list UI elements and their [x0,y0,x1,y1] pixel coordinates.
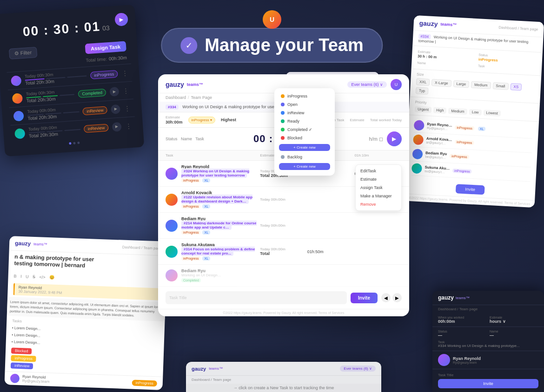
avatar: U [263,10,281,29]
avatar [14,128,25,139]
dark-when-working: When you worked 00h:00m [438,316,487,324]
status-chip: Completed [181,278,201,282]
create-new-status-button2[interactable]: + Create new [279,163,330,170]
play-icon[interactable]: ▶ [109,86,119,96]
status-option-inreview[interactable]: inReview [278,109,331,117]
dark-brand-name: gauzy [438,294,454,301]
play-icon[interactable]: ▶ [112,122,121,131]
dots-menu-icon[interactable]: ⋮ [121,69,128,77]
invite-button[interactable]: Invite [456,184,484,195]
next-page-button[interactable]: ▶ [392,293,402,302]
status-dot-icon [281,111,285,115]
underline-btn[interactable]: U [26,274,29,279]
gauzy-logo: gauzy [419,20,438,28]
context-make-manager[interactable]: Make a Manager [356,192,401,200]
avatar [413,134,424,145]
status-option-ready[interactable]: Ready [278,117,331,125]
priority-urgent[interactable]: Urgent [415,106,432,113]
avatar [166,168,178,180]
pagination-dot[interactable] [73,142,75,144]
right-member-info: Sukuna Aku… su@gauzy.t… [425,165,450,174]
status-tags-list: Blocked inProgress inReview [11,347,158,373]
task-total-time: Total 20h:30m [27,112,80,121]
size-option-type[interactable]: Typ [416,87,429,94]
dark-task-title-label: Task Title [438,373,538,377]
status-option-open[interactable]: Open [278,100,331,109]
bottom-left-detail-card: gauzy teams™ Dashboard / Team page n & m… [5,236,168,390]
status-option-inprogress[interactable]: inProgress [278,92,331,100]
size-option-xxl[interactable]: XXL [416,78,430,86]
dark-teams-tag: teams™ [456,296,470,300]
create-new-status-button[interactable]: + Create new [279,144,330,151]
strikethrough-btn[interactable]: S̶ [33,274,35,279]
status-option-backlog[interactable]: Backlog [278,153,331,161]
breadcrumb: Dashboard / Team page [122,245,162,250]
prev-page-button[interactable]: ◀ [381,293,391,302]
dark-task-id: #334 Working on UI Design & making proto… [438,344,538,348]
dark-task-field: Task #334 Working on UI Design & making … [438,340,538,348]
member-name: Bediam Ryu [181,268,221,273]
bold-btn[interactable]: B [14,274,17,278]
task-info: Today 00h:00m Total 20h:30m [28,124,81,139]
timer-actions: h/m ◻ ▶ [369,131,402,146]
status-badge: inProgress [90,70,118,79]
status-option-blocked[interactable]: Blocked [278,134,331,142]
status-dot-icon [281,94,285,98]
size-option-xs[interactable]: XS [510,83,522,91]
size-option-medium[interactable]: Medium [471,81,491,89]
pagination-controls: ◀ ▶ [381,293,402,302]
size-option-xlarge[interactable]: X-Large [431,79,451,87]
invite-button[interactable]: Invite [351,293,378,303]
filter-button[interactable]: ⚙ Filter [9,47,37,59]
dark-invite-button[interactable]: Invite [438,379,538,388]
status-chip[interactable]: inProgress ▾ [188,117,215,124]
timer-start-button[interactable]: ▶ [387,131,402,146]
member-info: Bediam Ryu #214 Making darkmode for Onli… [166,216,260,235]
table-row: Bediam Ryu #214 Making darkmode for Onli… [158,213,409,239]
member-task: #122 Update revision about Mobile app de… [181,195,260,203]
priority-high[interactable]: High [433,107,447,113]
right-detail-card: gauzy teams™ Dashboard / Team page #334 … [405,15,544,208]
task-info: Today 00h:00m Total 20h:30m [27,106,80,121]
dark-avatar [438,354,450,366]
assign-task-button[interactable]: Assign Task [85,41,126,54]
code-btn[interactable]: </> [39,274,45,279]
size-option-small[interactable]: Small [492,82,509,90]
dots-menu-icon[interactable]: ⋮ [122,87,129,95]
context-remove[interactable]: Remove [356,200,401,209]
member-task: #324 Working on UI Design & making proto… [181,169,260,177]
size-chip: XL [202,204,210,209]
member-info: Arnold Kovacik #122 Update revision abou… [166,190,260,209]
avatar [412,149,423,159]
dark-status-field: Status — [438,330,487,338]
context-assign-task[interactable]: Assign Task [356,183,401,192]
member-details: Sukuna Akutawa #314 Focus on solving pro… [181,242,260,261]
table-row: Bediam Ryu Working on UI Design… Complet… [158,265,409,287]
context-estimate[interactable]: Estimate [356,175,401,183]
size-option-large[interactable]: Large [453,80,469,88]
dark-name-field: Name — [490,330,538,338]
pagination-dot[interactable] [69,142,71,144]
task-title-input[interactable]: Task Title [166,291,347,304]
context-edit-task[interactable]: EditTask [356,167,401,175]
italic-btn[interactable]: I [20,274,22,279]
avatar [13,111,24,121]
emoji-btn[interactable]: 😊 [49,275,54,280]
priority-low[interactable]: Low [469,109,482,115]
member-status-row: Completed [181,278,221,282]
priority-medium[interactable]: Medium [448,108,467,115]
dots-menu-icon[interactable]: ⋮ [125,122,132,130]
member-status-chip: inProgress [455,125,474,130]
time-today-cell: Today 00h:00m Total [260,247,307,256]
avatar [166,246,178,258]
play-icon[interactable]: ▶ [111,104,120,114]
pagination-dot[interactable] [77,142,80,144]
member-task: #214 Making darkmode for Online course m… [181,221,260,229]
dots-menu-icon[interactable]: ⋮ [124,105,131,112]
priority-lowest[interactable]: Lowest [483,110,501,117]
time-today-cell: Today 00h:00m [260,197,307,202]
task-info: Today 00h:30m Total 20h:30m [26,88,75,103]
member-details: Bediam Ryu #214 Making darkmode for Onli… [181,216,260,235]
status-tag-inprogress: inProgress [11,355,36,362]
status-option-completed[interactable]: Completed ✓ [278,125,331,134]
